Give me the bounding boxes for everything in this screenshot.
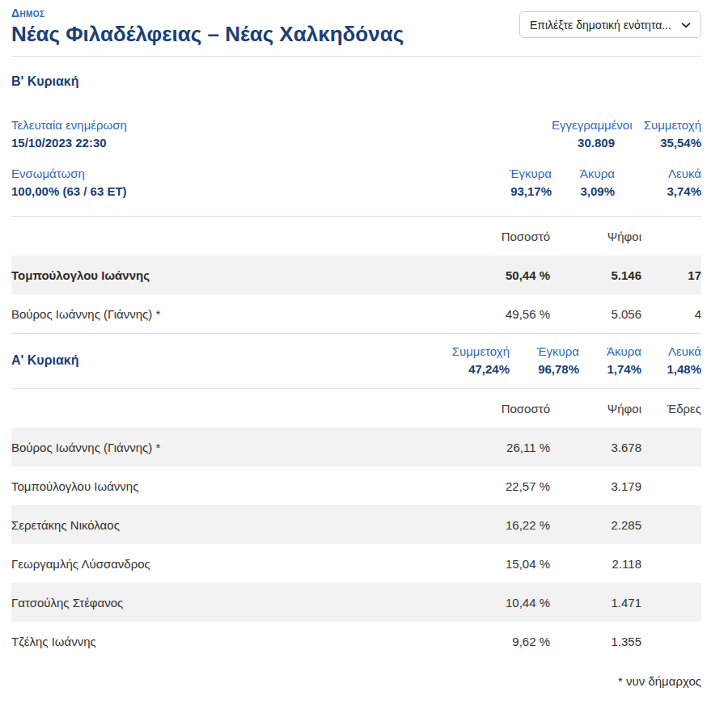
candidate-percent: 10,44 % [457, 596, 550, 610]
candidate-seats: 4 [641, 307, 701, 321]
last-update-label: Τελευταία ενημέρωση [11, 116, 127, 133]
candidate-percent: 16,22 % [457, 518, 550, 532]
header-divider [11, 56, 701, 57]
municipal-unit-select-label: Επιλέξτε δημοτική ενότητα... [530, 19, 671, 32]
turnout-value: 47,24% [442, 360, 510, 378]
last-update-value: 15/10/2023 22:30 [11, 133, 127, 152]
round-b-stats: Τελευταία ενημέρωση 15/10/2023 22:30 Εγγ… [11, 116, 701, 200]
round-a-stats: Συμμετοχή Έγκυρα Άκυρα Λευκά 47,24% 96,7… [442, 343, 701, 378]
candidate-percent: 50,44 % [457, 268, 550, 282]
incumbent-footnote: * νυν δήμαρχος [11, 673, 701, 690]
valid-value: 93,17% [487, 182, 552, 200]
round-b-table: Ποσοστό Ψήφοι Τομπούλογλου Ιωάννης 50,44… [11, 217, 701, 333]
registered-value: 30.809 [552, 133, 615, 152]
candidate-row: Βούρος Ιωάννης (Γιάννης) * 49,56 % 5.056… [11, 294, 701, 333]
candidate-percent: 49,56 % [457, 307, 550, 321]
turnout-value: 35,54% [615, 133, 701, 152]
candidate-name: Τομπούλογλου Ιωάννης [11, 268, 457, 282]
round-a-table-header: Ποσοστό Ψήφοι Έδρες [11, 389, 701, 428]
integration-value: 100,00% (63 / 63 ΕΤ) [11, 182, 127, 200]
election-results-page: Δημος Νέας Φιλαδέλφειας – Νέας Χαλκηδόνα… [0, 0, 728, 690]
candidate-votes: 3.678 [550, 441, 641, 454]
invalid-label: Άκυρα [579, 343, 641, 360]
page-header: Δημος Νέας Φιλαδέλφειας – Νέας Χαλκηδόνα… [11, 6, 701, 48]
candidate-votes: 2.118 [550, 557, 641, 571]
municipal-unit-select[interactable]: Επιλέξτε δημοτική ενότητα... [519, 11, 701, 38]
percent-column-header: Ποσοστό [457, 402, 550, 416]
round-a-header: Α' Κυριακή Συμμετοχή Έγκυρα Άκυρα Λευκά … [11, 334, 701, 388]
candidate-votes: 5.056 [550, 307, 641, 321]
valid-label: Έγκυρα [510, 343, 579, 360]
blank-value: 1,48% [641, 360, 701, 378]
registered-turnout-grid: Εγγεγραμμένοι Συμμετοχή 30.809 35,54% [552, 116, 701, 152]
candidate-percent: 22,57 % [457, 479, 550, 493]
page-title: Νέας Φιλαδέλφειας – Νέας Χαλκηδόνας [11, 21, 404, 48]
candidate-votes: 5.146 [550, 268, 641, 282]
candidate-row: Σερετάκης Νικόλαος 16,22 % 2.285 [11, 505, 701, 544]
valid-label: Έγκυρα [487, 165, 552, 182]
candidate-votes: 3.179 [550, 479, 641, 493]
candidate-name: Γεωργαμλής Λύσσανδρος [11, 557, 457, 571]
valid-invalid-blank-grid: Έγκυρα Άκυρα Λευκά 93,17% 3,09% 3,74% [487, 165, 701, 200]
candidate-votes: 1.355 [550, 635, 641, 648]
invalid-value: 3,09% [552, 182, 615, 200]
integration: Ενσωμάτωση 100,00% (63 / 63 ΕΤ) [11, 165, 127, 200]
round-a-table-body: Βούρος Ιωάννης (Γιάννης) * 26,11 % 3.678… [11, 428, 701, 660]
chevron-down-icon [681, 20, 691, 30]
candidate-votes: 1.471 [550, 596, 641, 610]
round-b-table-header: Ποσοστό Ψήφοι [11, 217, 701, 255]
valid-value: 96,78% [510, 360, 579, 378]
candidate-name: Γατσούλης Στέφανος [11, 596, 457, 610]
candidate-row: Τομπούλογλου Ιωάννης 22,57 % 3.179 [11, 466, 701, 505]
round-a-title: Α' Κυριακή [11, 353, 79, 368]
candidate-percent: 15,04 % [457, 557, 550, 571]
round-b-stats-row-1: Τελευταία ενημέρωση 15/10/2023 22:30 Εγγ… [11, 116, 701, 152]
candidate-name: Τζέλης Ιωάννης [11, 635, 457, 648]
candidate-votes: 2.285 [550, 518, 641, 532]
invalid-label: Άκυρα [552, 165, 615, 182]
last-update: Τελευταία ενημέρωση 15/10/2023 22:30 [11, 116, 127, 152]
seats-column-header: Έδρες [641, 402, 701, 416]
candidate-row: Βούρος Ιωάννης (Γιάννης) * 26,11 % 3.678 [11, 428, 701, 466]
candidate-name: Βούρος Ιωάννης (Γιάννης) * [11, 441, 457, 454]
candidate-name: Σερετάκης Νικόλαος [11, 518, 457, 532]
candidate-row: Τομπούλογλου Ιωάννης 50,44 % 5.146 17 [11, 255, 701, 294]
round-b-table-body: Τομπούλογλου Ιωάννης 50,44 % 5.146 17 Βο… [11, 255, 701, 333]
candidate-row: Γατσούλης Στέφανος 10,44 % 1.471 [11, 583, 701, 622]
municipality-heading: Δημος Νέας Φιλαδέλφειας – Νέας Χαλκηδόνα… [11, 6, 404, 48]
round-b-title: Β' Κυριακή [11, 74, 701, 90]
turnout-label: Συμμετοχή [442, 343, 510, 360]
votes-column-header: Ψήφοι [550, 230, 641, 243]
candidate-seats: 17 [641, 268, 701, 282]
blank-value: 3,74% [615, 182, 701, 200]
municipality-kicker: Δημος [11, 6, 404, 19]
votes-column-header: Ψήφοι [550, 402, 641, 416]
candidate-name: Βούρος Ιωάννης (Γιάννης) * [11, 307, 457, 321]
registered-label: Εγγεγραμμένοι [552, 116, 615, 133]
blank-label: Λευκά [641, 343, 701, 360]
candidate-name: Τομπούλογλου Ιωάννης [11, 479, 457, 493]
candidate-percent: 26,11 % [457, 441, 550, 454]
candidate-row: Γεωργαμλής Λύσσανδρος 15,04 % 2.118 [11, 544, 701, 583]
round-a-table: Ποσοστό Ψήφοι Έδρες Βούρος Ιωάννης (Γιάν… [11, 389, 701, 660]
percent-column-header: Ποσοστό [457, 230, 550, 243]
candidate-row: Τζέλης Ιωάννης 9,62 % 1.355 [11, 622, 701, 660]
turnout-label: Συμμετοχή [615, 116, 701, 133]
blank-label: Λευκά [615, 165, 701, 182]
invalid-value: 1,74% [579, 360, 641, 378]
round-b-stats-row-2: Ενσωμάτωση 100,00% (63 / 63 ΕΤ) Έγκυρα Ά… [11, 165, 701, 200]
integration-label: Ενσωμάτωση [11, 165, 127, 182]
candidate-percent: 9,62 % [457, 635, 550, 648]
